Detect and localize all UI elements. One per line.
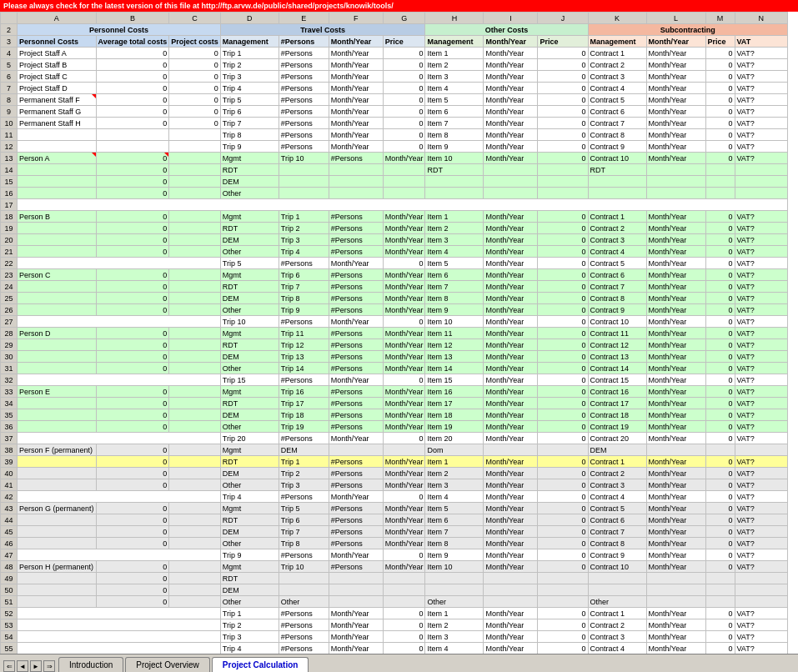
table-row: 46 0 Other Trip 8 #Persons Month/Year It…: [1, 538, 788, 549]
table-row: 54 Trip 3 #Persons Month/Year 0 Item 3 M…: [1, 631, 788, 643]
table-row: 24 0 RDT Trip 7 #Persons Month/Year Item…: [1, 281, 788, 293]
table-row: 51 0 Other Other Other Other: [1, 596, 788, 608]
table-row: 25 0 DEM Trip 8 #Persons Month/Year Item…: [1, 293, 788, 304]
col-header-N[interactable]: N: [735, 13, 788, 24]
tab-next-button[interactable]: ►: [30, 660, 42, 672]
table-row: 37 Trip 20 #Persons Month/Year 0 Item 20…: [1, 433, 788, 444]
table-row: 43 Person G (permanent) 0 Mgmt Trip 5 #P…: [1, 503, 788, 514]
alert-bar: Please always check for the latest versi…: [0, 0, 798, 12]
table-row: 2 Personnel Costs Travel Costs Other Cos…: [1, 24, 788, 36]
col-header-M[interactable]: M: [705, 13, 735, 24]
table-row: 6 Project Staff C 0 0 Trip 3 #Persons Mo…: [1, 71, 788, 83]
table-row: 13 Person A 0 Mgmt Trip 10 #Persons Mont…: [1, 153, 788, 164]
table-row: 22 Trip 5 #Persons Month/Year 0 Item 5 M…: [1, 258, 788, 269]
table-row: 27 Trip 10 #Persons Month/Year 0 Item 10…: [1, 316, 788, 328]
col-header-C[interactable]: C: [169, 13, 221, 24]
table-row: 18 Person B 0 Mgmt Trip 1 #Persons Month…: [1, 211, 788, 223]
table-row: 26 0 Other Trip 9 #Persons Month/Year It…: [1, 304, 788, 316]
table-row: 50 0 DEM: [1, 584, 788, 596]
col-header-rownum: [1, 13, 18, 24]
table-row: 28 Person D 0 Mgmt Trip 11 #Persons Mont…: [1, 328, 788, 339]
table-row: 4 Project Staff A 0 0 Trip 1 #Persons Mo…: [1, 48, 788, 59]
tab-last-button[interactable]: ⇒: [43, 660, 55, 672]
spreadsheet-body: A B C D E F G H I J K L M N: [0, 12, 798, 654]
table-row: 7 Project Staff D 0 0 Trip 4 #Persons Mo…: [1, 83, 788, 94]
grid-area[interactable]: A B C D E F G H I J K L M N: [0, 12, 798, 654]
tab-introduction-label: Introduction: [69, 660, 113, 669]
tab-project-calculation-label: Project Calculation: [223, 660, 299, 669]
table-row: 19 0 RDT Trip 2 #Persons Month/Year Item…: [1, 223, 788, 234]
table-row: 30 0 DEM Trip 13 #Persons Month/Year Ite…: [1, 351, 788, 363]
col-header-F[interactable]: F: [329, 13, 383, 24]
table-row: 35 0 DEM Trip 18 #Persons Month/Year Ite…: [1, 409, 788, 421]
table-row: 8 Permanent Staff F 0 0 Trip 5 #Persons …: [1, 94, 788, 106]
tab-nav-arrows: ⇐ ◄ ► ⇒: [3, 660, 55, 672]
table-row: 41 0 Other Trip 3 #Persons Month/Year It…: [1, 479, 788, 491]
col-header-B[interactable]: B: [96, 13, 169, 24]
tab-first-button[interactable]: ⇐: [3, 660, 15, 672]
table-row: 32 Trip 15 #Persons Month/Year 0 Item 15…: [1, 374, 788, 386]
tab-project-overview-label: Project Overview: [136, 660, 199, 669]
table-row: 17: [1, 199, 788, 211]
table-row: 40 0 DEM Trip 2 #Persons Month/Year Item…: [1, 468, 788, 479]
col-header-H[interactable]: H: [425, 13, 484, 24]
table-row: 9 Permanent Staff G 0 0 Trip 6 #Persons …: [1, 106, 788, 118]
table-row: 39 0 RDT Trip 1 #Persons Month/Year Item…: [1, 456, 788, 468]
table-row: 53 Trip 2 #Persons Month/Year 0 Item 2 M…: [1, 619, 788, 631]
table-row: 20 0 DEM Trip 3 #Persons Month/Year Item…: [1, 234, 788, 246]
table-row: 16 0 Other: [1, 188, 788, 199]
table-row: 45 0 DEM Trip 7 #Persons Month/Year Item…: [1, 526, 788, 538]
col-header-K[interactable]: K: [588, 13, 646, 24]
table-row: 47 Trip 9 #Persons Month/Year 0 Item 9 M…: [1, 549, 788, 561]
table-row: 52 Trip 1 #Persons Month/Year 0 Item 1 M…: [1, 608, 788, 619]
alert-text: Please always check for the latest versi…: [3, 2, 394, 10]
table-row: 5 Project Staff B 0 0 Trip 2 #Persons Mo…: [1, 59, 788, 71]
table-row: 14 0 RDT RDT RDT: [1, 164, 788, 176]
tab-introduction[interactable]: Introduction: [58, 657, 123, 672]
table-row: 33 Person E 0 Mgmt Trip 16 #Persons Mont…: [1, 386, 788, 398]
table-row: 29 0 RDT Trip 12 #Persons Month/Year Ite…: [1, 339, 788, 351]
table-row: 15 0 DEM: [1, 176, 788, 188]
table-row: 55 Trip 4 #Persons Month/Year 0 Item 4 M…: [1, 643, 788, 654]
table-row: 12 Trip 9 #Persons Month/Year 0 Item 9 M…: [1, 141, 788, 153]
table-row: 38 Person F (permanent) 0 Mgmt DEM Dom D…: [1, 444, 788, 456]
table-row: 42 Trip 4 #Persons Month/Year 0 Item 4 M…: [1, 491, 788, 503]
table-row: 31 0 Other Trip 14 #Persons Month/Year I…: [1, 363, 788, 374]
tab-prev-button[interactable]: ◄: [17, 660, 28, 672]
spreadsheet-app: Please always check for the latest versi…: [0, 0, 798, 672]
tab-project-overview[interactable]: Project Overview: [125, 657, 210, 672]
table-row: 23 Person C 0 Mgmt Trip 6 #Persons Month…: [1, 269, 788, 281]
table-row: 11 Trip 8 #Persons Month/Year 0 Item 8 M…: [1, 129, 788, 141]
table-row: 3 Personnel Costs Average total costs Pr…: [1, 36, 788, 48]
table-row: 44 0 RDT Trip 6 #Persons Month/Year Item…: [1, 514, 788, 526]
col-header-G[interactable]: G: [383, 13, 425, 24]
table-row: 21 0 Other Trip 4 #Persons Month/Year It…: [1, 246, 788, 258]
table-row: 34 0 RDT Trip 17 #Persons Month/Year Ite…: [1, 398, 788, 409]
table-row: 36 0 Other Trip 19 #Persons Month/Year I…: [1, 421, 788, 433]
table-row: 10 Permanent Staff H 0 0 Trip 7 #Persons…: [1, 118, 788, 129]
tab-project-calculation[interactable]: Project Calculation: [212, 657, 309, 672]
col-header-A[interactable]: A: [18, 13, 97, 24]
col-header-J[interactable]: J: [538, 13, 588, 24]
col-header-E[interactable]: E: [279, 13, 329, 24]
col-header-D[interactable]: D: [220, 13, 279, 24]
tab-bar: ⇐ ◄ ► ⇒ Introduction Project Overview Pr…: [0, 654, 798, 672]
col-header-L[interactable]: L: [646, 13, 705, 24]
col-header-I[interactable]: I: [484, 13, 538, 24]
main-table: A B C D E F G H I J K L M N: [0, 12, 788, 654]
table-row: 49 0 RDT: [1, 573, 788, 584]
table-row: 48 Person H (permanent) 0 Mgmt Trip 10 #…: [1, 561, 788, 573]
